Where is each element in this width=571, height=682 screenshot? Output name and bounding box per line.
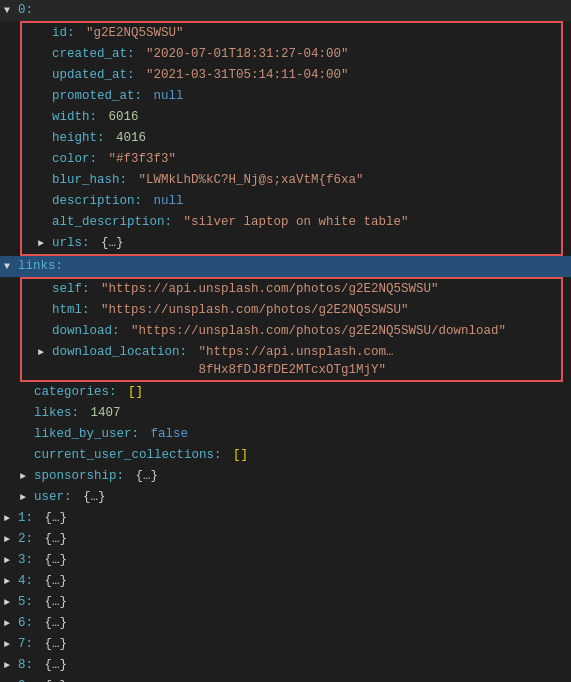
row-html: html: "https://unsplash.com/photos/g2E2N… bbox=[22, 300, 561, 321]
row-created-at: created_at: "2020-07-01T18:31:27-04:00" bbox=[22, 44, 561, 65]
arrow-height bbox=[38, 130, 52, 148]
key-1: 1: bbox=[18, 509, 33, 527]
row-categories: categories: [] bbox=[0, 382, 571, 403]
val-download: "https://unsplash.com/photos/g2E2NQ5SWSU… bbox=[131, 322, 506, 340]
arrow-likes bbox=[20, 405, 34, 423]
arrow-liked-by-user bbox=[20, 426, 34, 444]
val-user: {…} bbox=[83, 488, 106, 506]
arrow-self bbox=[38, 281, 52, 299]
row-8: 8: {…} bbox=[0, 655, 571, 676]
json-viewer: 0: id: "g2E2NQ5SWSU" created_at: "2020-0… bbox=[0, 0, 571, 682]
arrow-6[interactable] bbox=[4, 615, 18, 633]
key-html: html: bbox=[52, 301, 90, 319]
key-promoted-at: promoted_at: bbox=[52, 87, 142, 105]
arrow-width bbox=[38, 109, 52, 127]
val-alt-description: "silver laptop on white table" bbox=[184, 213, 409, 231]
row-color: color: "#f3f3f3" bbox=[22, 149, 561, 170]
key-7: 7: bbox=[18, 635, 33, 653]
key-download-location: download_location: bbox=[52, 343, 187, 361]
val-created-at: "2020-07-01T18:31:27-04:00" bbox=[146, 45, 349, 63]
key-urls: urls: bbox=[52, 234, 90, 252]
row-links: links: bbox=[0, 256, 571, 277]
key-likes: likes: bbox=[34, 404, 79, 422]
row-4: 4: {…} bbox=[0, 571, 571, 592]
key-current-user-collections: current_user_collections: bbox=[34, 446, 222, 464]
key-0: 0: bbox=[18, 1, 33, 19]
arrow-download bbox=[38, 323, 52, 341]
row-blur-hash: blur_hash: "LWMkLhD%kC?H_Nj@s;xaVtM{f6xa… bbox=[22, 170, 561, 191]
arrow-links[interactable] bbox=[4, 258, 18, 276]
val-2: {…} bbox=[45, 530, 68, 548]
arrow-id bbox=[38, 25, 52, 43]
val-promoted-at: null bbox=[154, 87, 184, 105]
arrow-urls[interactable] bbox=[38, 235, 52, 253]
key-8: 8: bbox=[18, 656, 33, 674]
val-6: {…} bbox=[45, 614, 68, 632]
arrow-alt-description bbox=[38, 214, 52, 232]
arrow-user[interactable] bbox=[20, 489, 34, 507]
arrow-description bbox=[38, 193, 52, 211]
key-liked-by-user: liked_by_user: bbox=[34, 425, 139, 443]
val-description: null bbox=[154, 192, 184, 210]
row-updated-at: updated_at: "2021-03-31T05:14:11-04:00" bbox=[22, 65, 561, 86]
row-3: 3: {…} bbox=[0, 550, 571, 571]
key-download: download: bbox=[52, 322, 120, 340]
row-1: 1: {…} bbox=[0, 508, 571, 529]
key-id: id: bbox=[52, 24, 75, 42]
arrow-4[interactable] bbox=[4, 573, 18, 591]
val-8: {…} bbox=[45, 656, 68, 674]
arrow-updated-at bbox=[38, 67, 52, 85]
key-3: 3: bbox=[18, 551, 33, 569]
key-description: description: bbox=[52, 192, 142, 210]
arrow-1[interactable] bbox=[4, 510, 18, 528]
val-9: {…} bbox=[45, 677, 68, 682]
arrow-download-location[interactable] bbox=[38, 344, 52, 362]
arrow-current-user-collections bbox=[20, 447, 34, 465]
row-0: 0: bbox=[0, 0, 571, 21]
val-self: "https://api.unsplash.com/photos/g2E2NQ5… bbox=[101, 280, 439, 298]
row-alt-description: alt_description: "silver laptop on white… bbox=[22, 212, 561, 233]
arrow-color bbox=[38, 151, 52, 169]
key-sponsorship: sponsorship: bbox=[34, 467, 124, 485]
val-updated-at: "2021-03-31T05:14:11-04:00" bbox=[146, 66, 349, 84]
row-5: 5: {…} bbox=[0, 592, 571, 613]
arrow-8[interactable] bbox=[4, 657, 18, 675]
val-html: "https://unsplash.com/photos/g2E2NQ5SWSU… bbox=[101, 301, 409, 319]
row-download-location: download_location: "https://api.unsplash… bbox=[22, 342, 561, 380]
key-created-at: created_at: bbox=[52, 45, 135, 63]
arrow-5[interactable] bbox=[4, 594, 18, 612]
val-likes: 1407 bbox=[91, 404, 121, 422]
key-links: links: bbox=[18, 257, 63, 275]
key-6: 6: bbox=[18, 614, 33, 632]
val-blur-hash: "LWMkLhD%kC?H_Nj@s;xaVtM{f6xa" bbox=[139, 171, 364, 189]
arrow-9[interactable] bbox=[4, 678, 18, 682]
val-1: {…} bbox=[45, 509, 68, 527]
row-7: 7: {…} bbox=[0, 634, 571, 655]
val-height: 4016 bbox=[116, 129, 146, 147]
arrow-7[interactable] bbox=[4, 636, 18, 654]
row-current-user-collections: current_user_collections: [] bbox=[0, 445, 571, 466]
row-width: width: 6016 bbox=[22, 107, 561, 128]
row-promoted-at: promoted_at: null bbox=[22, 86, 561, 107]
val-width: 6016 bbox=[109, 108, 139, 126]
row-id: id: "g2E2NQ5SWSU" bbox=[22, 23, 561, 44]
key-4: 4: bbox=[18, 572, 33, 590]
row-likes: likes: 1407 bbox=[0, 403, 571, 424]
row-liked-by-user: liked_by_user: false bbox=[0, 424, 571, 445]
val-urls: {…} bbox=[101, 234, 124, 252]
row-user: user: {…} bbox=[0, 487, 571, 508]
row-height: height: 4016 bbox=[22, 128, 561, 149]
key-categories: categories: bbox=[34, 383, 117, 401]
arrow-sponsorship[interactable] bbox=[20, 468, 34, 486]
row-9: 9: {…} bbox=[0, 676, 571, 682]
arrow-3[interactable] bbox=[4, 552, 18, 570]
arrow-0[interactable] bbox=[4, 2, 18, 20]
row-6: 6: {…} bbox=[0, 613, 571, 634]
key-user: user: bbox=[34, 488, 72, 506]
key-height: height: bbox=[52, 129, 105, 147]
row-description: description: null bbox=[22, 191, 561, 212]
val-download-location: "https://api.unsplash.com…8fHx8fDJ8fDE2M… bbox=[199, 343, 561, 379]
arrow-2[interactable] bbox=[4, 531, 18, 549]
key-updated-at: updated_at: bbox=[52, 66, 135, 84]
val-5: {…} bbox=[45, 593, 68, 611]
